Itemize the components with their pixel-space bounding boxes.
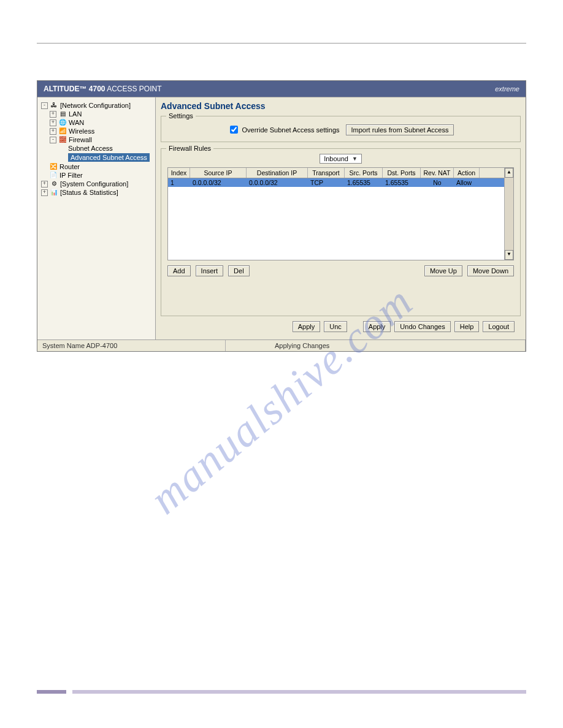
add-button[interactable]: Add [167, 265, 191, 276]
rules-legend: Firewall Rules [166, 145, 213, 152]
product-model: 4700 [89, 85, 105, 93]
top-rule [37, 43, 526, 44]
col-transport[interactable]: Transport [308, 168, 345, 178]
cell-source-ip: 0.0.0.0/32 [190, 178, 247, 187]
tree-node-wireless[interactable]: +📶Wireless [39, 127, 154, 135]
apply-button[interactable]: Apply [363, 321, 391, 332]
logout-button[interactable]: Logout [483, 321, 515, 332]
move-up-button[interactable]: Move Up [424, 265, 462, 276]
undo-short-button[interactable]: Unc [324, 321, 347, 332]
product-title: ALTITUDE™ 4700 ACCESS POINT [44, 85, 162, 93]
col-dst-ports[interactable]: Dst. Ports [383, 168, 421, 178]
footer-buttons: Apply Unc Apply Undo Changes Help Logout [161, 319, 521, 336]
cell-rev-nat: No [421, 178, 454, 187]
tree-node-lan[interactable]: +▤LAN [39, 110, 154, 118]
firewall-rules-fieldset: Firewall Rules Inbound ▼ Index Source IP… [161, 148, 521, 316]
col-rev-nat[interactable]: Rev. NAT [421, 168, 454, 178]
expand-icon[interactable]: + [50, 128, 56, 135]
tree-node-network-config[interactable]: -🖧[Network Configuration] [39, 101, 154, 110]
tree-node-ip-filter[interactable]: 📄IP Filter [39, 171, 154, 180]
rules-table: Index Source IP Destination IP Transport… [167, 167, 514, 260]
lan-icon: ▤ [59, 110, 66, 118]
cell-dest-ip: 0.0.0.0/32 [247, 178, 308, 187]
insert-button[interactable]: Insert [196, 265, 224, 276]
override-text: Override Subnet Access settings [242, 126, 340, 134]
help-button[interactable]: Help [454, 321, 480, 332]
collapse-icon[interactable]: - [41, 102, 48, 109]
table-scrollbar[interactable]: ▲ ▼ [504, 168, 513, 260]
direction-value: Inbound [324, 155, 348, 162]
tree-node-subnet-access[interactable]: Subnet Access [39, 144, 154, 153]
status-message: Applying Changes [226, 340, 526, 351]
table-row[interactable]: 1 0.0.0.0/32 0.0.0.0/32 TCP 1.65535 1.65… [168, 178, 513, 187]
cell-src-ports: 1.65535 [345, 178, 383, 187]
chevron-down-icon: ▼ [352, 156, 358, 162]
move-down-button[interactable]: Move Down [467, 265, 514, 276]
tree-node-firewall[interactable]: -🧱Firewall [39, 135, 154, 144]
collapse-icon[interactable]: - [50, 137, 56, 143]
col-src-ports[interactable]: Src. Ports [345, 168, 383, 178]
app-window: ALTITUDE™ 4700 ACCESS POINT extreme -🖧[N… [37, 80, 526, 352]
delete-button[interactable]: Del [228, 265, 250, 276]
import-rules-button[interactable]: Import rules from Subnet Access [346, 124, 454, 135]
settings-fieldset: Settings Override Subnet Access settings… [161, 116, 521, 142]
settings-legend: Settings [166, 112, 196, 119]
stats-icon: 📊 [50, 189, 58, 196]
apply-button-inner[interactable]: Apply [293, 321, 321, 332]
expand-icon[interactable]: + [50, 111, 56, 118]
table-header-row: Index Source IP Destination IP Transport… [168, 168, 513, 178]
status-system-name: System Name ADP-4700 [37, 340, 226, 351]
router-icon: 🔀 [50, 163, 57, 170]
header-bar: ALTITUDE™ 4700 ACCESS POINT extreme [37, 81, 526, 97]
wireless-icon: 📶 [59, 127, 66, 135]
col-source-ip[interactable]: Source IP [190, 168, 247, 178]
cell-index: 1 [168, 178, 190, 187]
page-footer-rule [37, 690, 526, 694]
expand-icon[interactable]: + [50, 119, 56, 126]
navigation-tree: -🖧[Network Configuration] +▤LAN +🌐WAN +📶… [37, 97, 156, 339]
wan-icon: 🌐 [59, 119, 66, 126]
tree-node-advanced-subnet-access[interactable]: Advanced Subnet Access [39, 153, 154, 162]
override-checkbox[interactable] [230, 126, 238, 134]
cell-dst-ports: 1.65535 [383, 178, 421, 187]
product-prefix: ALTITUDE™ [44, 85, 86, 93]
undo-changes-button[interactable]: Undo Changes [394, 321, 450, 332]
status-bar: System Name ADP-4700 Applying Changes [37, 339, 526, 351]
tree-node-system-config[interactable]: +⚙[System Configuration] [39, 180, 154, 188]
scroll-down-icon[interactable]: ▼ [505, 250, 513, 260]
firewall-icon: 🧱 [59, 136, 66, 143]
expand-icon[interactable]: + [41, 189, 48, 196]
tree-node-wan[interactable]: +🌐WAN [39, 118, 154, 127]
brand-logo: extreme [495, 85, 519, 93]
tree-node-status-stats[interactable]: +📊[Status & Statistics] [39, 188, 154, 197]
col-action[interactable]: Action [454, 168, 480, 178]
override-checkbox-label[interactable]: Override Subnet Access settings [228, 124, 340, 135]
cell-transport: TCP [308, 178, 345, 187]
product-suffix: ACCESS POINT [107, 85, 161, 93]
col-dest-ip[interactable]: Destination IP [247, 168, 308, 178]
tree-node-router[interactable]: 🔀Router [39, 162, 154, 171]
cell-action: Allow [454, 178, 480, 187]
system-icon: ⚙ [50, 180, 58, 188]
col-index[interactable]: Index [168, 168, 190, 178]
direction-dropdown[interactable]: Inbound ▼ [320, 154, 362, 164]
content-panel: Advanced Subnet Access Settings Override… [156, 97, 526, 339]
page-title: Advanced Subnet Access [161, 100, 521, 113]
filter-icon: 📄 [50, 172, 57, 179]
expand-icon[interactable]: + [41, 181, 48, 188]
scroll-track[interactable] [505, 176, 513, 251]
network-icon: 🖧 [50, 102, 58, 109]
